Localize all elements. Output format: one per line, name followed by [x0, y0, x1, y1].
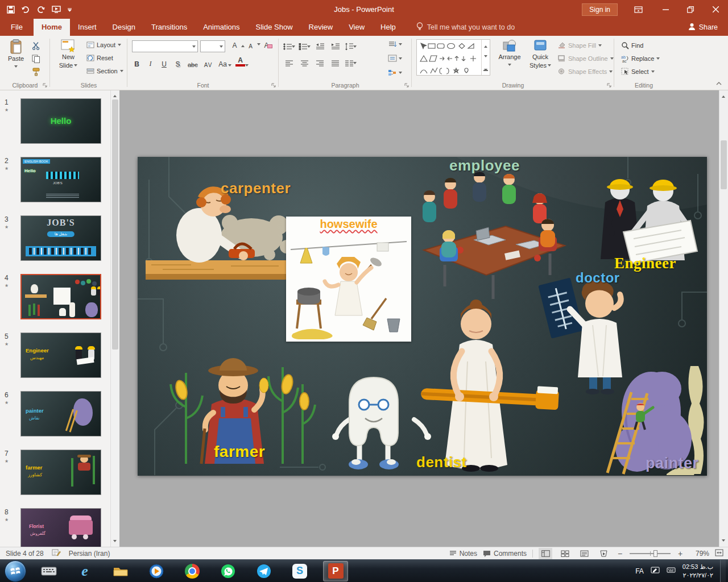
quick-styles-button[interactable]: Quick Styles [526, 39, 555, 69]
customize-qat-icon[interactable] [67, 7, 72, 12]
bold-button[interactable]: B [132, 57, 142, 68]
taskbar-internet-explorer-icon[interactable]: e [72, 561, 97, 581]
save-icon[interactable] [7, 6, 15, 14]
text-shadow-button[interactable]: S [173, 57, 183, 68]
clipboard-dialog-launcher-icon[interactable] [43, 82, 48, 88]
main-scrollbar[interactable] [719, 90, 728, 547]
font-size-combo[interactable] [200, 40, 225, 52]
font-dialog-launcher-icon[interactable] [271, 82, 277, 88]
slideshow-view-button[interactable] [597, 548, 610, 559]
fit-slide-to-window-button[interactable] [715, 549, 723, 558]
tab-animations[interactable]: Animations [195, 19, 247, 36]
start-slideshow-icon[interactable] [52, 6, 61, 13]
shape-outline-button[interactable]: Shape Outline [557, 55, 614, 62]
justify-button[interactable] [329, 57, 341, 69]
notes-button[interactable]: Notes [449, 550, 477, 558]
zoom-out-button[interactable]: − [616, 549, 624, 558]
align-text-button[interactable] [388, 55, 402, 62]
zoom-slider[interactable] [630, 550, 671, 558]
painter-label[interactable]: painter [646, 455, 699, 472]
increase-indent-button[interactable] [329, 41, 341, 52]
close-button[interactable] [703, 0, 728, 19]
shapes-gallery[interactable] [416, 39, 490, 76]
scroll-up-icon[interactable] [722, 94, 725, 98]
slide-thumbnail-1[interactable]: Hello [20, 98, 101, 144]
tab-file[interactable]: File [0, 19, 34, 36]
howsewife-image[interactable]: howsewife [286, 217, 411, 342]
shapes-row-2-icons[interactable] [418, 53, 481, 64]
slide-thumbnail-6[interactable]: painter نقاش [20, 391, 101, 436]
change-case-button[interactable]: Aa [217, 57, 231, 68]
engineer-label[interactable]: Engineer [614, 255, 676, 272]
slide-canvas[interactable]: howsewife [119, 90, 719, 547]
decrease-indent-button[interactable] [314, 41, 326, 52]
taskbar-keyboard-icon[interactable] [36, 561, 61, 581]
slide-thumbnail-7[interactable]: farmer کشاورز [20, 450, 101, 495]
redo-icon[interactable] [36, 6, 46, 13]
italic-button[interactable]: I [146, 57, 155, 68]
minimize-button[interactable] [653, 0, 678, 19]
shapes-row-1-icons[interactable] [418, 40, 481, 52]
taskbar-whatsapp-icon[interactable] [216, 561, 241, 581]
scroll-up-icon[interactable] [113, 93, 117, 97]
scrollbar-thumb[interactable] [112, 99, 118, 350]
tab-design[interactable]: Design [105, 19, 143, 36]
taskbar-media-player-icon[interactable] [144, 561, 169, 581]
arrange-button[interactable]: Arrange [495, 39, 524, 68]
ribbon-display-options-icon[interactable] [627, 0, 650, 19]
scroll-down-icon[interactable] [722, 539, 725, 543]
undo-icon[interactable] [21, 6, 30, 13]
shapes-more-icon[interactable] [483, 67, 488, 71]
bullets-button[interactable] [283, 41, 295, 52]
slide-sorter-view-button[interactable] [558, 548, 572, 559]
align-right-button[interactable] [314, 57, 326, 69]
copy-button[interactable] [32, 55, 40, 63]
tab-home[interactable]: Home [34, 19, 70, 36]
numbering-button[interactable] [299, 41, 311, 52]
sign-in-button[interactable]: Sign in [582, 3, 618, 16]
dentist-label[interactable]: dentist [416, 454, 467, 471]
underline-button[interactable]: U [159, 57, 169, 68]
farmer-label[interactable]: farmer [214, 443, 265, 461]
comments-button[interactable]: Comments [483, 550, 527, 558]
scrollbar-thumb[interactable] [721, 140, 727, 189]
start-button[interactable] [5, 560, 26, 582]
howsewife-label[interactable]: howsewife [286, 218, 411, 231]
font-name-combo[interactable] [132, 40, 198, 52]
paste-button[interactable]: Paste [1, 39, 31, 69]
tray-pen-icon[interactable] [651, 566, 660, 576]
show-desktop-button[interactable] [720, 560, 726, 582]
proofing-icon[interactable] [52, 548, 61, 558]
taskbar-skype-icon[interactable]: S [287, 561, 312, 581]
employee-label[interactable]: employee [449, 157, 520, 174]
share-button[interactable]: Share [678, 19, 728, 36]
taskbar-explorer-folder-icon[interactable] [108, 561, 133, 581]
tell-me-box[interactable]: Tell me what you want to do [416, 19, 515, 36]
shapes-row-3-icons[interactable] [418, 65, 481, 77]
align-center-button[interactable] [299, 57, 311, 69]
taskbar-chrome-icon[interactable] [180, 561, 205, 581]
language-indicator[interactable]: Persian (Iran) [69, 550, 110, 558]
scroll-down-icon[interactable] [113, 540, 117, 544]
shapes-gallery-scroll[interactable] [481, 40, 490, 75]
normal-view-button[interactable] [539, 548, 552, 559]
section-button[interactable]: Section [86, 68, 123, 74]
restore-button[interactable] [678, 0, 703, 19]
thumbnail-scrollbar[interactable] [110, 90, 119, 547]
slide-thumbnail-2[interactable]: ENGLISH BOOK Hello JOB'S [20, 157, 101, 202]
doctor-label[interactable]: doctor [576, 270, 620, 286]
select-button[interactable]: Select [621, 68, 655, 76]
clear-formatting-button[interactable]: A [262, 41, 271, 49]
slide-thumbnail-5[interactable]: Engineer مهندس [20, 332, 101, 378]
taskbar-powerpoint-icon[interactable]: P [323, 561, 348, 581]
reading-view-button[interactable] [577, 548, 591, 559]
tab-transitions[interactable]: Transitions [143, 19, 195, 36]
zoom-in-button[interactable]: + [676, 549, 684, 558]
slide-thumbnail-8[interactable]: Florist گلفروش [20, 508, 101, 547]
slide-4-editing-area[interactable]: howsewife [138, 157, 707, 476]
format-painter-button[interactable] [32, 68, 40, 76]
taskbar-clock[interactable]: ب.ظ 02:53 ٢٠٢٢/٢٧/٠٢ [682, 563, 713, 580]
tab-help[interactable]: Help [373, 19, 404, 36]
slide-thumbnail-4-selected[interactable] [20, 274, 101, 319]
doctor-illustration[interactable] [538, 278, 622, 394]
